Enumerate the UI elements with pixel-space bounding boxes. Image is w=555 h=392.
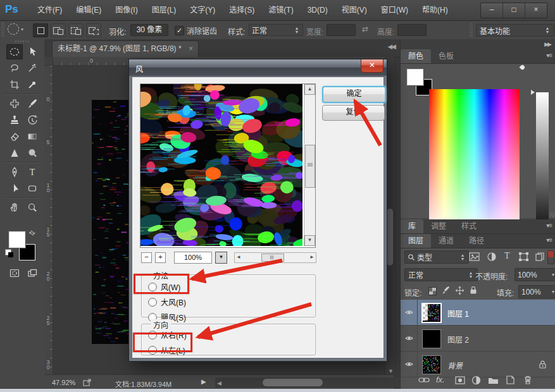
eyedropper-tool[interactable] — [24, 77, 41, 92]
layer-thumbnail[interactable] — [422, 329, 441, 348]
resize-grip[interactable] — [549, 212, 554, 217]
lock-position-icon[interactable] — [455, 286, 465, 295]
pen-tool[interactable] — [6, 164, 23, 180]
menu-select[interactable]: 选择(S) — [222, 0, 261, 20]
dialog-close-button[interactable]: ✕ — [361, 59, 384, 73]
menu-edit[interactable]: 编辑(E) — [69, 0, 108, 20]
fill-input[interactable]: 100% ▾ — [518, 285, 555, 298]
tab-channels[interactable]: 通道 — [431, 234, 461, 248]
tab-layers[interactable]: 图层 — [401, 234, 431, 248]
menu-filter[interactable]: 滤镜(T) — [261, 0, 300, 20]
default-colors-icon[interactable] — [5, 249, 11, 255]
blur-tool[interactable] — [6, 145, 23, 161]
ruler-corner[interactable] — [44, 57, 53, 66]
minimize-button[interactable]: – — [481, 3, 502, 18]
filter-adjustment-icon[interactable] — [487, 252, 497, 262]
layer-style-icon[interactable]: fx. — [436, 375, 445, 384]
menu-view[interactable]: 视图(V) — [335, 0, 374, 20]
menu-window[interactable]: 窗口(W) — [374, 0, 415, 20]
layer-name[interactable]: 背景 — [447, 360, 463, 371]
layer-name[interactable]: 图层 1 — [447, 308, 469, 319]
scroll-left-icon[interactable]: ◄ — [236, 254, 241, 260]
layer-filter-select[interactable]: 类型 ▲▼ — [404, 250, 469, 264]
radio-stagger[interactable]: 飓风(S) — [148, 312, 315, 322]
dodge-tool[interactable] — [24, 145, 41, 161]
layer-row-1[interactable]: 图层 1 — [401, 300, 555, 326]
export-icon[interactable] — [82, 378, 92, 387]
move-tool[interactable] — [24, 44, 41, 59]
zoom-in-button[interactable]: + — [155, 252, 166, 263]
opacity-input[interactable]: 100% ▾ — [514, 268, 555, 281]
height-input[interactable] — [397, 24, 427, 36]
brush-tool[interactable] — [24, 96, 41, 111]
horizontal-scrollbar[interactable]: ◀ ▶ — [215, 377, 424, 388]
tab-color[interactable]: 颜色 — [401, 49, 431, 63]
ramp-marker[interactable] — [531, 90, 535, 95]
spot-healing-tool[interactable] — [6, 96, 23, 111]
lasso-tool[interactable] — [6, 61, 23, 76]
crop-tool[interactable] — [6, 77, 23, 92]
panel-menu-icon[interactable]: ▾≡ — [546, 222, 552, 229]
elliptical-marquee-tool[interactable] — [6, 44, 23, 59]
vertical-scrollbar-thumb[interactable] — [387, 209, 393, 266]
menu-image[interactable]: 图像(I) — [108, 0, 144, 20]
panel-menu-icon[interactable]: ▾≡ — [546, 236, 552, 243]
tab-styles[interactable]: 样式 — [454, 219, 484, 233]
filter-toggle[interactable] — [547, 250, 554, 264]
visibility-cell[interactable] — [401, 326, 418, 351]
scroll-right-icon[interactable]: ► — [309, 254, 315, 260]
layer-thumbnail[interactable] — [421, 303, 442, 323]
scroll-left-icon[interactable]: ◀ — [217, 380, 221, 386]
scroll-down-icon[interactable]: ▼ — [304, 235, 315, 246]
foreground-color-swatch[interactable] — [407, 69, 423, 85]
menu-type[interactable]: 文字(Y) — [183, 0, 222, 20]
zoom-dropdown-icon[interactable]: ▼ — [215, 252, 227, 264]
ok-button[interactable]: 确定 — [322, 86, 386, 103]
add-selection-button[interactable] — [51, 23, 66, 37]
maximize-button[interactable]: □ — [502, 3, 525, 18]
intersect-selection-button[interactable] — [86, 23, 101, 37]
tab-close-icon[interactable]: × — [189, 44, 193, 53]
collapse-right-icon[interactable]: ▶▶ — [544, 41, 551, 47]
layer-row-2[interactable]: 图层 2 — [401, 326, 555, 352]
lock-paint-icon[interactable] — [441, 286, 451, 295]
swap-dimensions-icon[interactable]: ⇄ — [362, 25, 368, 34]
preview-vscroll-thumb[interactable] — [305, 145, 315, 188]
radio-blast[interactable]: 大风(B) — [148, 297, 315, 307]
magic-wand-tool[interactable] — [24, 61, 41, 76]
new-layer-icon[interactable] — [506, 375, 515, 385]
tab-adjustments[interactable]: 调整 — [423, 219, 454, 233]
menu-3d[interactable]: 3D(D) — [301, 0, 335, 20]
zoom-tool[interactable] — [24, 200, 41, 215]
menu-file[interactable]: 文件(F) — [30, 0, 69, 20]
new-selection-button[interactable] — [33, 23, 48, 37]
preview-hscroll[interactable]: ◄ ► — [234, 252, 316, 263]
dialog-title-bar[interactable]: 风 ✕ — [129, 59, 387, 76]
zoom-value[interactable]: 100% — [174, 252, 212, 264]
style-select[interactable]: 正常 ▲▼ — [249, 24, 303, 36]
gradient-tool[interactable] — [24, 129, 41, 144]
lock-transparency-icon[interactable] — [428, 287, 437, 295]
scroll-down-icon[interactable]: ▼ — [388, 368, 394, 374]
scroll-up-icon[interactable]: ▲ — [304, 84, 315, 95]
new-adjustment-icon[interactable] — [471, 376, 481, 385]
menu-layer[interactable]: 图层(L) — [145, 0, 184, 20]
visibility-cell[interactable] — [401, 300, 418, 325]
hand-tool[interactable] — [6, 200, 23, 215]
preview-hscroll-thumb[interactable] — [261, 254, 284, 262]
horizontal-scrollbar-thumb[interactable] — [263, 379, 323, 386]
filter-smart-object-icon[interactable] — [535, 252, 545, 262]
foreground-color-swatch[interactable] — [9, 231, 25, 248]
status-menu-icon[interactable]: ▶ — [201, 378, 206, 385]
workspace-select[interactable]: 基本功能 ▲▼ — [476, 24, 554, 37]
width-input[interactable] — [327, 24, 356, 36]
color-spectrum-picker[interactable] — [429, 89, 520, 240]
subtract-selection-button[interactable] — [68, 23, 84, 37]
blend-mode-select[interactable]: 正常 ▲▼ — [404, 268, 478, 281]
filter-type-icon[interactable]: T — [504, 251, 510, 261]
layer-name[interactable]: 图层 2 — [447, 334, 469, 345]
reset-button[interactable]: 复位 — [322, 105, 385, 121]
filter-pixel-icon[interactable] — [469, 252, 480, 262]
eraser-tool[interactable] — [6, 129, 23, 144]
type-tool[interactable]: T — [24, 164, 41, 180]
